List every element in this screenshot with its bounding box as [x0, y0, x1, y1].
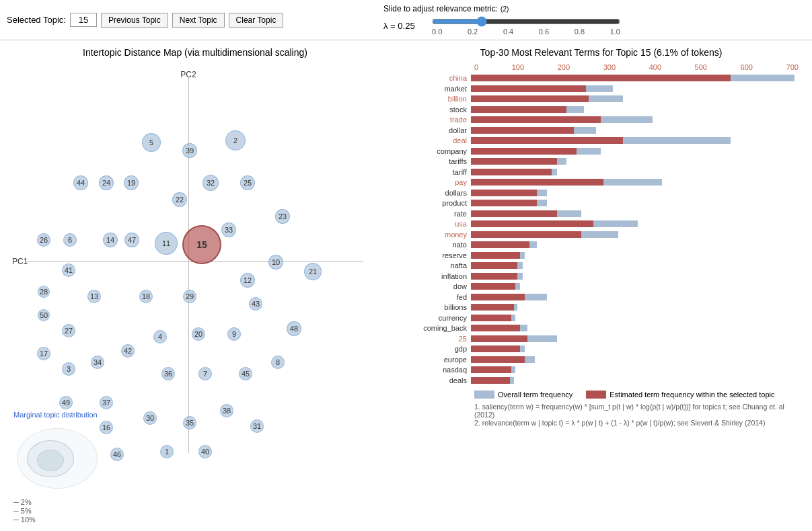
bar-row-stock: stock — [400, 105, 802, 114]
bar-topic-deals — [471, 377, 510, 384]
clear-topic-button[interactable]: Clear Topic — [229, 13, 284, 28]
bar-label-dollars: dollars — [400, 189, 471, 197]
bubble-30[interactable]: 30 — [143, 411, 157, 425]
slider-label: Slide to adjust relevance metric: — [383, 4, 498, 13]
bubble-32[interactable]: 32 — [202, 175, 219, 191]
bubble-42[interactable]: 42 — [121, 344, 135, 358]
map-area: PC2 PC1 15112532392533222324194412102114… — [7, 63, 370, 460]
bar-container-dollars — [471, 189, 802, 197]
bar-container-market — [471, 85, 802, 93]
bubble-27[interactable]: 27 — [62, 324, 75, 337]
bar-topic-nasdaq — [471, 366, 511, 373]
bar-container-rate — [471, 210, 802, 218]
bubble-23[interactable]: 23 — [275, 209, 290, 224]
bar-row-europe: europe — [400, 355, 802, 364]
marginal-legend: ─ 2% ─ 5% ─ 10% — [13, 498, 108, 524]
top-left-controls: Selected Topic: Previous Topic Next Topi… — [7, 13, 370, 28]
bubble-43[interactable]: 43 — [249, 297, 262, 311]
bubble-7[interactable]: 7 — [198, 367, 212, 380]
bubble-3[interactable]: 3 — [62, 362, 75, 376]
bar-topic-china — [471, 75, 731, 81]
bubble-25[interactable]: 25 — [240, 175, 255, 190]
bar-container-tariffs — [471, 157, 802, 165]
bubble-47[interactable]: 47 — [124, 233, 139, 247]
prev-topic-button[interactable]: Previous Topic — [101, 13, 168, 28]
bar-label-deals: deals — [400, 376, 471, 384]
bar-row-currency: currency — [400, 313, 802, 323]
bar-row-dollars: dollars — [400, 188, 802, 198]
bubble-6[interactable]: 6 — [63, 233, 77, 247]
bubble-36[interactable]: 36 — [161, 367, 175, 380]
bubble-45[interactable]: 45 — [239, 367, 252, 380]
bubble-33[interactable]: 33 — [221, 222, 236, 237]
bubble-46[interactable]: 46 — [110, 448, 124, 461]
tick-0: 0.0 — [432, 28, 442, 36]
bubble-34[interactable]: 34 — [91, 356, 104, 369]
bubble-26[interactable]: 26 — [37, 233, 50, 247]
bubble-22[interactable]: 22 — [172, 192, 187, 207]
bar-label-trade: trade — [400, 116, 471, 124]
bubble-49[interactable]: 49 — [59, 396, 73, 409]
bubble-18[interactable]: 18 — [139, 290, 153, 303]
bubble-48[interactable]: 48 — [287, 321, 301, 336]
bubble-38[interactable]: 38 — [220, 404, 233, 417]
bubble-50[interactable]: 50 — [38, 309, 50, 321]
bubble-19[interactable]: 19 — [124, 175, 139, 190]
bar-topic-dollar — [471, 127, 574, 134]
bubble-15[interactable]: 15 — [182, 225, 221, 264]
selected-topic-label: Selected Topic: — [7, 15, 66, 25]
bar-label-company: company — [400, 147, 471, 155]
bubble-39[interactable]: 39 — [182, 143, 197, 158]
bar-label-nato: nato — [400, 241, 471, 249]
bubble-17[interactable]: 17 — [37, 347, 50, 360]
bubble-29[interactable]: 29 — [183, 290, 196, 303]
footnote-2: 2. relevance(term w | topic t) = λ * p(w… — [474, 419, 802, 427]
relevance-slider[interactable] — [432, 16, 620, 27]
bubble-5[interactable]: 5 — [142, 133, 161, 152]
bar-row-reserve: reserve — [400, 251, 802, 260]
bubble-12[interactable]: 12 — [240, 273, 255, 288]
bubble-21[interactable]: 21 — [304, 263, 322, 280]
bar-topic-inflation — [471, 273, 517, 280]
bubble-31[interactable]: 31 — [250, 419, 264, 433]
legend-box-topic — [586, 391, 606, 399]
bubble-14[interactable]: 14 — [103, 233, 118, 247]
slider-superscript: (2) — [501, 5, 509, 13]
bubble-8[interactable]: 8 — [271, 356, 285, 369]
bubble-13[interactable]: 13 — [87, 290, 101, 303]
bar-topic-rate — [471, 210, 557, 217]
bar-container-billions — [471, 303, 802, 311]
bar-container-deals — [471, 376, 802, 384]
bubble-40[interactable]: 40 — [198, 445, 212, 458]
bubble-37[interactable]: 37 — [100, 396, 113, 409]
bar-topic-dow — [471, 283, 515, 290]
bubble-10[interactable]: 10 — [268, 255, 283, 270]
bar-topic-nafta — [471, 262, 517, 269]
footnotes: 1. saliency(term w) = frequency(w) * [su… — [474, 403, 802, 427]
bar-topic-trade — [471, 116, 601, 123]
next-topic-button[interactable]: Next Topic — [172, 13, 225, 28]
bar-label-rate: rate — [400, 210, 471, 218]
bar-row-market: market — [400, 84, 802, 93]
bubble-11[interactable]: 11 — [155, 232, 178, 255]
bubble-28[interactable]: 28 — [38, 286, 50, 298]
axis-tick-300: 300 — [603, 63, 616, 71]
bubble-41[interactable]: 41 — [62, 263, 75, 277]
bubble-35[interactable]: 35 — [183, 416, 196, 430]
bubble-44[interactable]: 44 — [73, 175, 88, 190]
topic-input[interactable] — [70, 13, 97, 27]
bubble-20[interactable]: 20 — [192, 327, 205, 341]
bar-container-25 — [471, 335, 802, 343]
bubble-4[interactable]: 4 — [153, 330, 167, 343]
right-panel: Top-30 Most Relevant Terms for Topic 15 … — [390, 40, 812, 531]
bar-row-billions: billions — [400, 302, 802, 312]
bar-topic-billion — [471, 95, 589, 102]
bubble-9[interactable]: 9 — [227, 327, 241, 341]
bar-container-coming_back — [471, 324, 802, 332]
slider-controls: Slide to adjust relevance metric: (2) λ … — [383, 4, 620, 36]
bar-container-reserve — [471, 251, 802, 259]
bubble-2[interactable]: 2 — [225, 130, 246, 151]
bubble-24[interactable]: 24 — [99, 175, 114, 190]
bar-container-tariff — [471, 168, 802, 176]
bubble-1[interactable]: 1 — [160, 445, 174, 458]
